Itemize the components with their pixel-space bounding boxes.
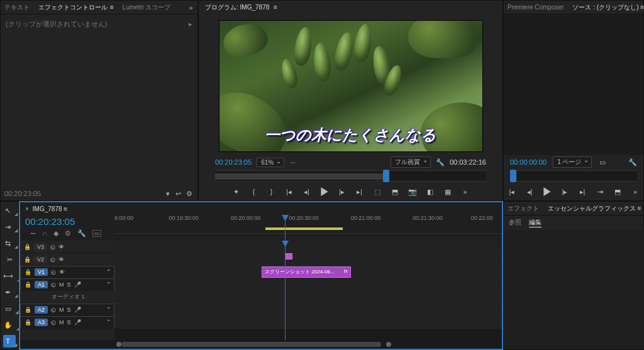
wrap-icon[interactable]: ↩ (174, 189, 183, 198)
selection-tool[interactable]: ↖◢ (3, 204, 16, 217)
track-header-a3[interactable]: 🔒A3◵MS🎤 (20, 316, 114, 329)
program-scrubber[interactable] (215, 170, 486, 182)
tab-source[interactable]: ソース : (クリップなし) ≡ (572, 3, 644, 12)
tool-strip: ↖◢ ⇥◢ ⇆◢ ✂ ⟷◢ ✒◢ ▭◢ ✋◢ T◢ (0, 201, 19, 350)
source-view-icon[interactable]: ▭ (598, 158, 607, 167)
hand-tool[interactable]: ✋◢ (3, 319, 16, 331)
go-out-button[interactable]: ▸| (577, 186, 588, 197)
timeline-panel: × IMG_7878 ≡ 00:20:23:05 ⥊ ∩ ◆ ⚙ 🔧 cc (19, 201, 503, 350)
comparison-button[interactable]: ◧ (425, 186, 436, 197)
snap-icon[interactable]: ⥊ (30, 229, 36, 238)
go-in-button[interactable]: |◂ (506, 186, 518, 197)
tab-lumetri-scopes[interactable]: Lumetri スコープ (123, 3, 170, 12)
wrench-icon[interactable]: 🔧 (77, 229, 86, 238)
program-monitor: プログラム: IMG_7878 ≡ 一つの木にたくさんなる 00:20:23:0… (198, 0, 503, 201)
quality-select[interactable]: フル画質 (391, 156, 431, 168)
wrench-icon[interactable]: 🔧 (436, 158, 445, 167)
subtab-browse[interactable]: 参照 (509, 218, 521, 227)
type-tool[interactable]: T◢ (3, 335, 16, 347)
settings-icon[interactable]: ⚙ (185, 189, 194, 198)
play-button[interactable] (319, 186, 330, 197)
tab-essential-graphics[interactable]: エッセンシャルグラフィックス ≡ (548, 204, 641, 213)
page-select[interactable]: 1 ページ (553, 156, 592, 168)
zoom-select[interactable]: 61% (257, 158, 284, 167)
subtab-edit[interactable]: 編集 (529, 218, 541, 227)
marker-icon[interactable]: ◆ (53, 229, 58, 238)
source-viewer[interactable] (504, 14, 643, 155)
source-transport: |◂ ◂| |▸ ▸| ⇥ ⬒ » (504, 183, 643, 200)
video-caption: 一つの木にたくさんなる (265, 125, 436, 145)
sequence-tab[interactable]: IMG_7878 ≡ (33, 205, 67, 212)
track-header-v2[interactable]: 🔒V2◵👁 (20, 253, 114, 266)
tab-premiere-composer[interactable]: Premiere Composer (508, 4, 564, 11)
track-headers: 🔒V3◵👁 🔒V2◵👁 🔒V1◵👁 🔒A1◵MS🎤 オーディオ 1 🔒A2◵MS… (20, 241, 114, 340)
timeline-timecode[interactable]: 00:20:23:05 (25, 216, 109, 227)
panel-overflow-icon[interactable]: » (188, 3, 194, 12)
eg-body[interactable]: 📁 (504, 230, 644, 349)
tab-effects[interactable]: エフェクト (508, 204, 539, 213)
clip-v1[interactable]: スクリーンショット 2024-08...fx (262, 266, 351, 278)
track-header-v3[interactable]: 🔒V3◵👁 (20, 241, 114, 253)
ripple-tool[interactable]: ⇆◢ (3, 237, 16, 249)
tab-program[interactable]: プログラム: IMG_7878 ≡ (205, 3, 277, 12)
add-marker-button[interactable]: ✦ (231, 186, 242, 197)
lift-button[interactable]: ⬚ (372, 186, 383, 197)
go-in-button[interactable]: |◂ (284, 186, 295, 197)
tab-effect-controls[interactable]: エフェクトコントロール≡ (38, 3, 114, 12)
effect-controls-tabs: テキスト エフェクトコントロール≡ Lumetri スコープ » (1, 1, 197, 14)
fit-label: ～ (289, 158, 296, 167)
step-fwd-button[interactable]: |▸ (559, 186, 570, 197)
track-header-a1[interactable]: 🔒A1◵MS🎤 (20, 278, 114, 291)
transport-more-button[interactable]: » (630, 186, 641, 197)
audio-track-label: オーディオ 1 (20, 291, 114, 304)
playhead[interactable] (285, 215, 286, 241)
mark-in-button[interactable]: { (248, 186, 260, 197)
source-timecode[interactable]: 00:00:00:00 (510, 158, 547, 166)
work-area-bar[interactable] (265, 227, 343, 230)
go-out-button[interactable]: ▸| (354, 186, 365, 197)
rectangle-tool[interactable]: ▭◢ (3, 302, 16, 315)
effect-controls-panel: テキスト エフェクトコントロール≡ Lumetri スコープ » (クリップが選… (0, 0, 198, 201)
extract-button[interactable]: ⬒ (389, 186, 401, 197)
source-scrubber[interactable] (510, 170, 637, 182)
program-viewer[interactable]: 一つの木にたくさんなる (219, 20, 483, 152)
filter-icon[interactable]: ▾ (164, 189, 172, 198)
track-lanes[interactable]: スクリーンショット 2024-08...fx (114, 241, 502, 340)
insert-button[interactable]: ⇥ (594, 186, 606, 197)
no-clip-message: (クリップが選択されていません) (6, 19, 107, 29)
program-timecode-left[interactable]: 00:20:23:05 (215, 158, 252, 166)
track-header-a2[interactable]: 🔒A2◵MS🎤 (20, 304, 114, 316)
step-fwd-button[interactable]: |▸ (336, 186, 348, 197)
cc-icon[interactable]: cc (92, 230, 101, 237)
pen-tool[interactable]: ✒◢ (3, 286, 16, 298)
timeline-hscroll[interactable] (20, 340, 502, 349)
svg-marker-1 (543, 187, 550, 196)
export-frame-button[interactable]: 📷 (407, 186, 418, 197)
program-timecode-right[interactable]: 00:03:22:16 (450, 158, 486, 166)
overwrite-button[interactable]: ⬒ (612, 186, 623, 197)
mark-out-button[interactable]: } (266, 186, 277, 197)
play-button[interactable] (541, 186, 553, 197)
track-header-v1[interactable]: 🔒V1◵👁 (20, 266, 114, 278)
safe-margins-button[interactable]: ▦ (442, 186, 453, 197)
chevron-right-icon[interactable]: ▸ (189, 20, 192, 28)
close-sequence-icon[interactable]: × (25, 205, 29, 212)
track-select-tool[interactable]: ⇥◢ (3, 221, 16, 233)
linked-sel-icon[interactable]: ∩ (42, 229, 47, 237)
step-back-button[interactable]: ◂| (524, 186, 535, 197)
slip-tool[interactable]: ⟷◢ (3, 270, 16, 282)
transport-more-button[interactable]: » (460, 186, 471, 197)
source-monitor: Premiere Composer ソース : (クリップなし) ≡ » 00:… (503, 0, 644, 201)
razor-tool[interactable]: ✂ (3, 253, 16, 266)
tab-text[interactable]: テキスト (4, 3, 30, 12)
time-ruler[interactable]: 9:00:00 00:19:30:00 00:20:00:00 00:20:30… (114, 215, 502, 234)
essential-graphics-panel: エフェクト エッセンシャルグラフィックス ≡ エッセ » 参照 編集 📁 S S (503, 201, 644, 350)
footer-timecode: 00:20:23:05 (4, 190, 41, 197)
clip-v2[interactable] (285, 253, 292, 260)
wrench-icon[interactable]: 🔧 (628, 158, 637, 167)
step-back-button[interactable]: ◂| (301, 186, 313, 197)
program-transport: ✦ { } |◂ ◂| |▸ ▸| ⬚ ⬒ 📷 ◧ ▦ » (199, 183, 502, 200)
svg-marker-0 (321, 187, 328, 196)
settings-icon[interactable]: ⚙ (65, 229, 71, 238)
